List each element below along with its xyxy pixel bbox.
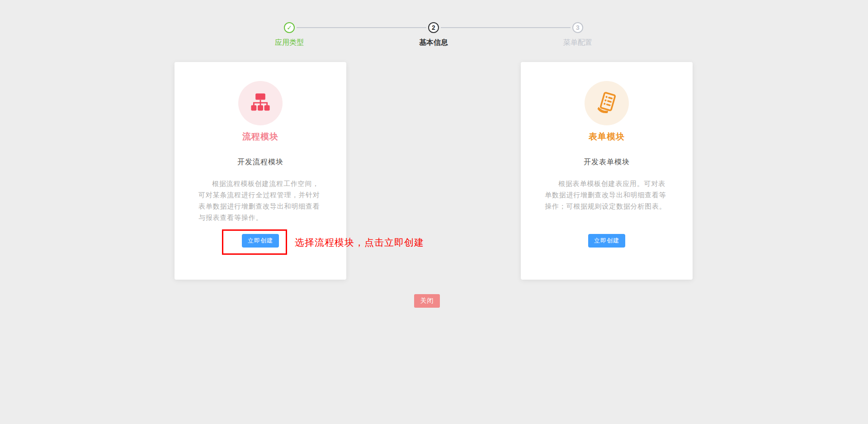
desc-line: 根据表单模板创建表应用。可对表 (545, 178, 669, 189)
step-2-number-icon: 2 (428, 22, 439, 33)
flow-card-description: 根据流程模板创建流程工作空间， 可对某条流程进行全过程管理，并针对 表单数据进行… (198, 178, 322, 223)
step-3-number: 3 (576, 24, 580, 31)
flowchart-icon (249, 91, 272, 116)
flow-card-subtitle: 开发流程模块 (175, 157, 346, 167)
annotation-highlight-box (222, 229, 287, 255)
step-connector-2 (441, 27, 571, 28)
form-create-now-button[interactable]: 立即创建 (588, 234, 625, 248)
flow-icon-circle (238, 81, 283, 125)
step-label-app-type: 应用类型 (258, 38, 321, 48)
form-card-title: 表单模块 (521, 131, 693, 143)
form-card-subtitle: 开发表单模块 (521, 157, 693, 167)
form-module-card: 表单模块 开发表单模块 根据表单模板创建表应用。可对表 单数据进行增删查改导出和… (521, 62, 693, 280)
form-card-description: 根据表单模板创建表应用。可对表 单数据进行增删查改导出和明细查看等 操作；可根据… (545, 178, 669, 212)
step-3-number-icon: 3 (572, 22, 583, 33)
desc-line: 与报表查看等操作。 (198, 212, 322, 223)
close-button[interactable]: 关闭 (414, 294, 440, 308)
desc-line: 可对某条流程进行全过程管理，并针对 (198, 189, 322, 200)
step-connector-1 (297, 27, 426, 28)
create-app-wizard: ✓ 2 3 应用类型 基本信息 菜单配置 (0, 0, 868, 424)
form-sheet-icon (594, 90, 619, 116)
step-label-basic-info: 基本信息 (402, 38, 465, 48)
step-2-number: 2 (432, 24, 435, 31)
step-1-finished-icon: ✓ (284, 22, 295, 33)
check-icon: ✓ (287, 24, 292, 31)
desc-line: 表单数据进行增删查改导出和明细查看 (198, 200, 322, 212)
form-icon-circle (585, 81, 629, 125)
desc-line: 操作；可根据规则设定数据分析图表。 (545, 200, 669, 212)
step-label-menu-config: 菜单配置 (546, 38, 609, 48)
desc-line: 单数据进行增删查改导出和明细查看等 (545, 189, 669, 200)
desc-line: 根据流程模板创建流程工作空间， (198, 178, 322, 189)
annotation-text: 选择流程模块，点击立即创建 (295, 236, 424, 249)
flow-card-title: 流程模块 (175, 131, 346, 143)
